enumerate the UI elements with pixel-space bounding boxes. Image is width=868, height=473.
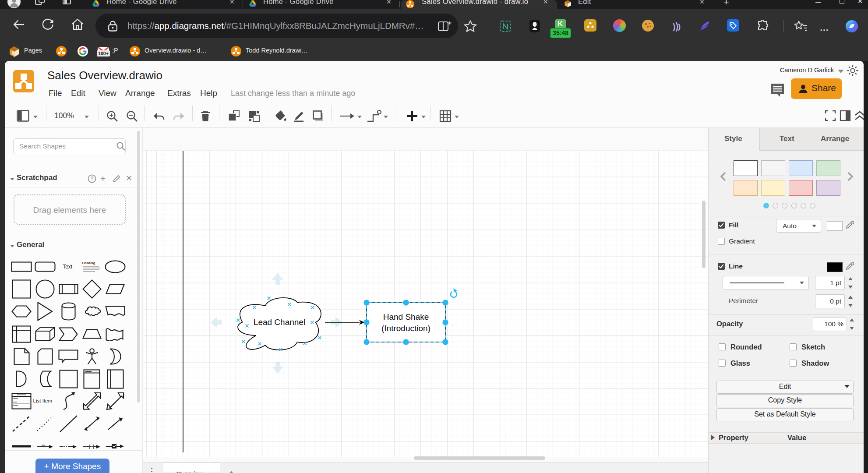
svg-text:(Introduction): (Introduction) — [381, 324, 430, 333]
svg-text:Lead Channel: Lead Channel — [254, 318, 305, 327]
svg-text:Hand Shake: Hand Shake — [383, 312, 429, 321]
svg-text:?: ? — [91, 176, 94, 182]
